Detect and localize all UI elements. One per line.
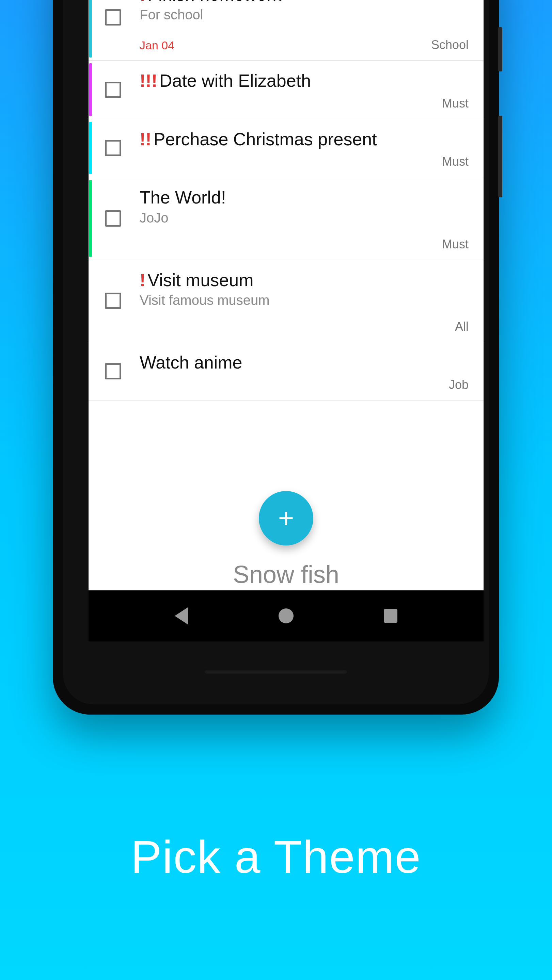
category-stripe xyxy=(89,263,92,339)
task-row[interactable]: !Visit museumVisit famous museumAll xyxy=(89,260,483,342)
task-title-text: Watch anime xyxy=(140,353,242,372)
home-icon[interactable] xyxy=(279,608,294,624)
priority-indicator: ! xyxy=(140,270,145,290)
android-navbar xyxy=(89,590,483,641)
task-row[interactable]: !Finish homeworkFor schoolJan 04School xyxy=(89,0,483,60)
task-checkbox[interactable] xyxy=(105,140,121,156)
task-title: !!!Date with Elizabeth xyxy=(140,70,470,91)
task-subtitle: For school xyxy=(140,7,470,22)
task-subtitle: JoJo xyxy=(140,210,470,226)
task-title-text: Perchase Christmas present xyxy=(153,129,377,149)
task-row[interactable]: !!Perchase Christmas presentMust xyxy=(89,119,483,177)
task-title-text: Finish homework xyxy=(147,0,281,5)
task-tag: Must xyxy=(442,154,469,169)
recents-icon[interactable] xyxy=(384,609,397,623)
priority-indicator: ! xyxy=(140,0,145,5)
task-tag: Must xyxy=(442,237,469,251)
app-content: !Finish homeworkFor schoolJan 04School!!… xyxy=(89,0,483,590)
task-row[interactable]: The World!JoJoMust xyxy=(89,177,483,259)
task-checkbox[interactable] xyxy=(105,9,121,25)
task-title-text: Date with Elizabeth xyxy=(160,71,311,91)
task-title: !Visit museum xyxy=(140,269,470,291)
task-checkbox[interactable] xyxy=(105,82,121,98)
task-tag: All xyxy=(455,320,469,334)
task-title: !Finish homework xyxy=(140,0,470,5)
back-icon[interactable] xyxy=(175,607,188,625)
task-checkbox[interactable] xyxy=(105,363,121,379)
promo-heading: Pick a Theme xyxy=(0,830,552,883)
phone-side-button xyxy=(498,116,502,197)
task-tag: Must xyxy=(442,96,469,111)
task-subtitle: Visit famous museum xyxy=(140,293,470,308)
phone-speaker xyxy=(204,669,347,674)
theme-name-label: Snow fish xyxy=(89,560,483,588)
phone-inner-frame: !Finish homeworkFor schoolJan 04School!!… xyxy=(63,0,489,705)
category-stripe xyxy=(89,63,92,116)
task-date: Jan 04 xyxy=(140,39,470,52)
task-checkbox[interactable] xyxy=(105,293,121,309)
task-tag: School xyxy=(431,38,469,52)
category-stripe xyxy=(89,345,92,398)
category-stripe xyxy=(89,0,92,57)
task-row[interactable]: !!!Date with ElizabethMust xyxy=(89,60,483,119)
task-title: Watch anime xyxy=(140,352,470,373)
phone-frame: !Finish homeworkFor schoolJan 04School!!… xyxy=(53,0,499,714)
category-stripe xyxy=(89,180,92,256)
task-title: The World! xyxy=(140,187,470,208)
task-tag: Job xyxy=(449,378,469,392)
phone-screen: !Finish homeworkFor schoolJan 04School!!… xyxy=(89,0,483,641)
task-checkbox[interactable] xyxy=(105,210,121,227)
plus-icon: + xyxy=(278,504,294,532)
task-title: !!Perchase Christmas present xyxy=(140,129,470,150)
task-list[interactable]: !Finish homeworkFor schoolJan 04School!!… xyxy=(89,0,483,401)
category-stripe xyxy=(89,122,92,174)
task-title-text: The World! xyxy=(140,188,226,207)
task-title-text: Visit museum xyxy=(147,270,254,290)
add-task-button[interactable]: + xyxy=(259,491,313,546)
phone-side-button xyxy=(498,27,502,72)
priority-indicator: !!! xyxy=(140,71,157,91)
task-row[interactable]: Watch animeJob xyxy=(89,342,483,401)
priority-indicator: !! xyxy=(140,129,152,149)
